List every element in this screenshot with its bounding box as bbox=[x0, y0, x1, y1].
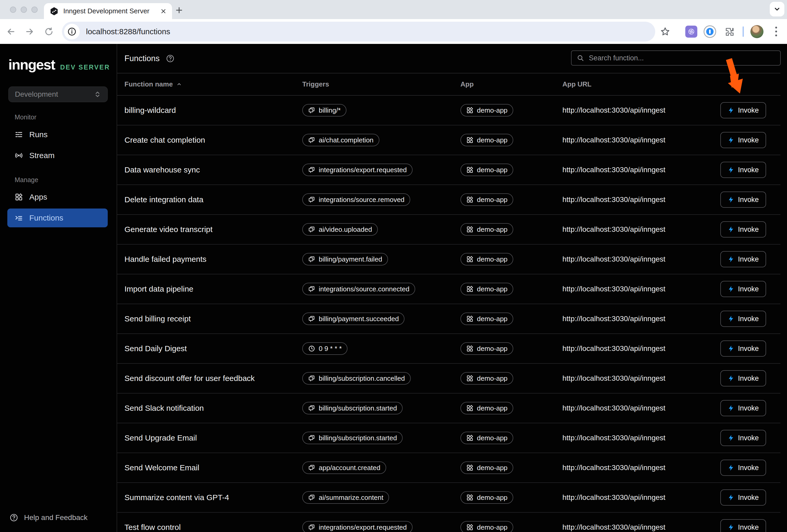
sidebar-item-stream[interactable]: Stream bbox=[7, 146, 108, 165]
column-app-url[interactable]: App URL bbox=[562, 80, 781, 88]
app-badge[interactable]: demo-app bbox=[461, 432, 513, 444]
trigger-badge[interactable]: integrations/source.connected bbox=[302, 283, 415, 295]
app-url: http://localhost:3030/api/inngest bbox=[562, 523, 665, 531]
page-title-help-button[interactable] bbox=[166, 54, 175, 63]
bookmark-button[interactable] bbox=[658, 19, 673, 44]
trigger-badge[interactable]: billing/payment.succeeded bbox=[302, 312, 404, 325]
search-input[interactable] bbox=[589, 54, 775, 62]
trigger-badge[interactable]: ai/video.uploaded bbox=[302, 223, 378, 236]
window-controls[interactable] bbox=[10, 6, 38, 13]
function-name-link[interactable]: Import data pipeline bbox=[125, 285, 302, 293]
invoke-button[interactable]: Invoke bbox=[720, 311, 766, 327]
trigger-badge[interactable]: app/account.created bbox=[302, 462, 386, 474]
app-badge[interactable]: demo-app bbox=[461, 521, 513, 532]
invoke-button[interactable]: Invoke bbox=[720, 132, 766, 148]
sidebar-item-runs[interactable]: Runs bbox=[7, 125, 108, 144]
invoke-button[interactable]: Invoke bbox=[720, 430, 766, 446]
function-name-link[interactable]: Data warehouse sync bbox=[125, 165, 302, 174]
app-badge[interactable]: demo-app bbox=[461, 134, 513, 146]
app-badge[interactable]: demo-app bbox=[461, 402, 513, 415]
trigger-badge[interactable]: ai/chat.completion bbox=[302, 134, 379, 146]
app-badge[interactable]: demo-app bbox=[461, 193, 513, 206]
event-icon bbox=[308, 166, 315, 174]
trigger-badge[interactable]: billing/subscription.started bbox=[302, 402, 403, 415]
forward-button[interactable] bbox=[22, 19, 37, 44]
invoke-button[interactable]: Invoke bbox=[720, 281, 766, 297]
app-badge[interactable]: demo-app bbox=[461, 253, 513, 265]
environment-selector[interactable]: Development bbox=[8, 87, 108, 102]
window-zoom-button[interactable] bbox=[31, 6, 38, 13]
trigger-badge[interactable]: billing/subscription.started bbox=[302, 432, 403, 444]
profile-button[interactable] bbox=[750, 19, 764, 44]
function-name-link[interactable]: Handle failed payments bbox=[125, 255, 302, 264]
tab-close-icon[interactable] bbox=[161, 8, 166, 14]
app-badge[interactable]: demo-app bbox=[461, 283, 513, 295]
url-text: localhost:8288/functions bbox=[86, 27, 170, 36]
window-minimize-button[interactable] bbox=[21, 6, 27, 13]
help-and-feedback[interactable]: Help and Feedback bbox=[9, 513, 88, 522]
column-triggers[interactable]: Triggers bbox=[302, 80, 461, 88]
invoke-button[interactable]: Invoke bbox=[720, 489, 766, 506]
column-app[interactable]: App bbox=[461, 80, 562, 88]
app-url: http://localhost:3030/api/inngest bbox=[562, 196, 665, 204]
function-name-link[interactable]: Delete integration data bbox=[125, 195, 302, 204]
environment-selector-value: Development bbox=[15, 90, 58, 98]
function-name-link[interactable]: Send discount offer for user feedback bbox=[125, 374, 302, 383]
extension-button-1[interactable] bbox=[685, 19, 697, 44]
back-button[interactable] bbox=[4, 19, 18, 44]
trigger-badge[interactable]: billing/subscription.cancelled bbox=[302, 372, 411, 385]
function-name-link[interactable]: Test flow control bbox=[125, 523, 302, 532]
browser-menu-button[interactable] bbox=[772, 19, 780, 44]
invoke-button[interactable]: Invoke bbox=[720, 370, 766, 386]
function-name-link[interactable]: Send Upgrade Email bbox=[125, 434, 302, 442]
app-badge[interactable]: demo-app bbox=[461, 163, 513, 176]
function-search[interactable] bbox=[571, 50, 781, 66]
trigger-badge[interactable]: ai/summarize.content bbox=[302, 491, 389, 504]
column-function-name[interactable]: Function name bbox=[125, 80, 302, 88]
function-name-link[interactable]: Generate video transcript bbox=[125, 225, 302, 234]
function-name-link[interactable]: Send Slack notification bbox=[125, 404, 302, 413]
site-info-button[interactable] bbox=[64, 24, 80, 40]
reload-button[interactable] bbox=[42, 19, 56, 44]
sidebar-item-functions[interactable]: Functions bbox=[7, 208, 108, 227]
function-name-link[interactable]: Summarize content via GPT-4 bbox=[125, 493, 302, 502]
function-name-link[interactable]: billing-wildcard bbox=[125, 106, 302, 115]
trigger-value: billing/payment.succeeded bbox=[319, 315, 399, 323]
new-tab-button[interactable] bbox=[174, 5, 185, 16]
function-name-link[interactable]: Create chat completion bbox=[125, 136, 302, 145]
extension-button-2[interactable] bbox=[704, 19, 716, 44]
trigger-badge[interactable]: integrations/export.requested bbox=[302, 521, 412, 532]
app-badge[interactable]: demo-app bbox=[461, 312, 513, 325]
sidebar-item-apps[interactable]: Apps bbox=[7, 187, 108, 206]
stream-icon bbox=[15, 151, 23, 160]
function-name-link[interactable]: Send Welcome Email bbox=[125, 463, 302, 472]
invoke-button[interactable]: Invoke bbox=[720, 251, 766, 267]
invoke-button[interactable]: Invoke bbox=[720, 162, 766, 178]
app-badge[interactable]: demo-app bbox=[461, 223, 513, 236]
browser-tab[interactable]: Inngest Development Server bbox=[44, 3, 172, 19]
app-badge[interactable]: demo-app bbox=[461, 342, 513, 355]
function-name-link[interactable]: Send billing receipt bbox=[125, 314, 302, 323]
tab-search-button[interactable] bbox=[770, 2, 784, 17]
invoke-button[interactable]: Invoke bbox=[720, 519, 766, 532]
app-badge[interactable]: demo-app bbox=[461, 462, 513, 474]
trigger-badge[interactable]: 0 9 * * * bbox=[302, 342, 347, 355]
invoke-button[interactable]: Invoke bbox=[720, 400, 766, 416]
trigger-badge[interactable]: integrations/export.requested bbox=[302, 163, 412, 176]
trigger-badge[interactable]: integrations/source.removed bbox=[302, 193, 410, 206]
app-badge[interactable]: demo-app bbox=[461, 372, 513, 385]
app-badge[interactable]: demo-app bbox=[461, 104, 513, 116]
address-bar[interactable]: localhost:8288/functions bbox=[62, 22, 655, 42]
invoke-button[interactable]: Invoke bbox=[720, 460, 766, 476]
password-manager-icon bbox=[704, 25, 716, 38]
invoke-button[interactable]: Invoke bbox=[720, 192, 766, 208]
function-name-link[interactable]: Send Daily Digest bbox=[125, 344, 302, 353]
invoke-button[interactable]: Invoke bbox=[720, 102, 766, 118]
invoke-button[interactable]: Invoke bbox=[720, 221, 766, 238]
window-close-button[interactable] bbox=[10, 6, 16, 13]
trigger-badge[interactable]: billing/* bbox=[302, 104, 346, 116]
app-badge[interactable]: demo-app bbox=[461, 491, 513, 504]
extensions-menu-button[interactable] bbox=[724, 19, 735, 44]
trigger-badge[interactable]: billing/payment.failed bbox=[302, 253, 388, 265]
invoke-button[interactable]: Invoke bbox=[720, 340, 766, 357]
